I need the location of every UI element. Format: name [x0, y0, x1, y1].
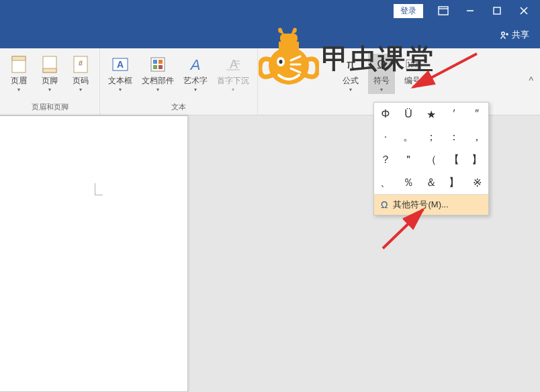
symbol-label: 符号 — [373, 75, 390, 87]
wordart-button[interactable]: A 艺术字 ▾ — [181, 54, 210, 94]
svg-rect-21 — [159, 65, 163, 69]
number-icon: 123 — [403, 55, 422, 74]
symbol-cell[interactable]: 】 — [443, 171, 465, 194]
symbol-cell[interactable]: ？ — [374, 148, 397, 171]
equation-icon: π — [341, 55, 360, 74]
header-button[interactable]: 页眉 ▾ — [5, 54, 32, 94]
document-page[interactable] — [0, 115, 188, 392]
wordart-icon: A — [186, 55, 205, 74]
symbol-cell[interactable]: ＂ — [397, 148, 420, 171]
symbol-cell[interactable]: 】 — [465, 148, 488, 171]
quick-parts-label: 文档部件 — [142, 75, 174, 87]
header-icon — [9, 55, 28, 74]
svg-rect-0 — [439, 7, 448, 15]
symbol-cell[interactable]: ＆ — [420, 171, 443, 194]
symbol-cell[interactable]: ★ — [420, 103, 443, 126]
text-cursor — [95, 183, 103, 195]
symbol-icon: Ω — [372, 55, 391, 74]
symbol-cell[interactable]: 。 — [397, 126, 420, 148]
svg-rect-12 — [43, 68, 56, 72]
chevron-down-icon: ▾ — [17, 87, 20, 93]
ribbon-group-text: A 文本框 ▾ 文档部件 ▾ A 艺术字 ▾ A — [100, 48, 258, 115]
symbol-cell[interactable]: ％ — [397, 171, 420, 194]
svg-rect-10 — [12, 56, 26, 60]
svg-rect-18 — [153, 60, 157, 64]
chevron-down-icon: ▾ — [232, 87, 234, 93]
wordart-label: 艺术字 — [183, 75, 208, 87]
chevron-down-icon: ▾ — [156, 87, 159, 93]
chevron-down-icon: ▾ — [349, 87, 352, 93]
group-label-header-footer: 页眉和页脚 — [32, 101, 69, 113]
share-button[interactable]: 共享 — [500, 29, 529, 41]
chevron-down-icon: ▾ — [79, 87, 82, 93]
svg-text:Ω: Ω — [377, 58, 386, 71]
svg-text:A: A — [189, 56, 201, 73]
symbol-cell[interactable]: · — [374, 126, 397, 148]
svg-text:A: A — [117, 59, 124, 70]
textbox-icon: A — [111, 55, 130, 74]
symbol-dropdown-panel: Φ Ü ★ ′ ″ · 。 ； ： ， ？ ＂ （ 【 】 、 ％ ＆ 】 ※ … — [373, 102, 489, 215]
omega-icon: Ω — [381, 199, 388, 210]
chevron-down-icon: ▾ — [119, 87, 122, 93]
account-settings-icon[interactable] — [430, 1, 457, 20]
svg-point-6 — [502, 32, 504, 35]
svg-rect-3 — [494, 7, 500, 14]
number-label: 编号 — [404, 75, 420, 87]
close-button[interactable] — [510, 1, 537, 20]
header-label: 页眉 — [11, 75, 27, 87]
textbox-button[interactable]: A 文本框 ▾ — [105, 54, 135, 94]
equation-label: 公式 — [343, 75, 359, 87]
svg-text:123: 123 — [407, 61, 418, 68]
drop-cap-button[interactable]: A 首字下沉 ▾ — [214, 54, 252, 94]
chevron-down-icon: ▾ — [48, 87, 51, 93]
symbol-cell[interactable]: ′ — [443, 103, 465, 126]
footer-label: 页脚 — [42, 75, 58, 87]
number-button[interactable]: 123 编号 — [399, 54, 426, 88]
chevron-down-icon: ▾ — [194, 87, 197, 93]
sharebar: 共享 — [0, 21, 540, 48]
equation-button[interactable]: π 公式 ▾ — [337, 54, 364, 94]
page-number-button[interactable]: # 页码 ▾ — [67, 54, 94, 94]
symbol-cell[interactable]: （ — [420, 148, 443, 171]
symbol-cell[interactable]: ″ — [465, 103, 488, 126]
symbol-cell[interactable]: Ü — [397, 103, 420, 126]
collapse-ribbon-icon[interactable]: ^ — [529, 75, 533, 86]
maximize-button[interactable] — [484, 1, 510, 20]
chevron-down-icon: ▾ — [380, 87, 383, 93]
symbol-grid: Φ Ü ★ ′ ″ · 。 ； ： ， ？ ＂ （ 【 】 、 ％ ＆ 】 ※ — [374, 103, 488, 194]
minimize-button[interactable] — [457, 1, 484, 20]
page-number-label: 页码 — [73, 75, 89, 87]
more-symbols-label: 其他符号(M)... — [393, 199, 448, 211]
share-label: 共享 — [512, 29, 529, 41]
symbol-cell[interactable]: ， — [465, 126, 488, 148]
ribbon-group-header-footer: 页眉 ▾ 页脚 ▾ # 页码 ▾ 页眉和页脚 — [0, 48, 100, 115]
symbol-cell[interactable]: 、 — [374, 171, 397, 194]
footer-icon — [40, 55, 59, 74]
symbol-cell[interactable]: ※ — [465, 171, 488, 194]
symbol-button[interactable]: Ω 符号 ▾ — [368, 54, 395, 94]
symbol-cell[interactable]: Φ — [374, 103, 397, 126]
quick-parts-icon — [148, 55, 167, 74]
page-number-icon: # — [71, 55, 90, 74]
titlebar: 登录 — [0, 0, 540, 21]
svg-rect-20 — [153, 65, 157, 69]
svg-text:π: π — [347, 58, 355, 71]
group-label-text: 文本 — [171, 101, 186, 113]
quick-parts-button[interactable]: 文档部件 ▾ — [139, 54, 177, 94]
footer-button[interactable]: 页脚 ▾ — [36, 54, 63, 94]
symbol-cell[interactable]: ； — [420, 126, 443, 148]
drop-cap-icon: A — [224, 55, 242, 74]
svg-rect-19 — [159, 60, 163, 64]
drop-cap-label: 首字下沉 — [217, 75, 249, 87]
login-button[interactable]: 登录 — [394, 4, 423, 18]
symbol-cell[interactable]: ： — [443, 126, 465, 148]
svg-text:#: # — [79, 59, 83, 67]
more-symbols-button[interactable]: Ω 其他符号(M)... — [374, 194, 488, 215]
svg-text:A: A — [230, 58, 238, 71]
textbox-label: 文本框 — [108, 75, 132, 87]
symbol-cell[interactable]: 【 — [443, 148, 465, 171]
